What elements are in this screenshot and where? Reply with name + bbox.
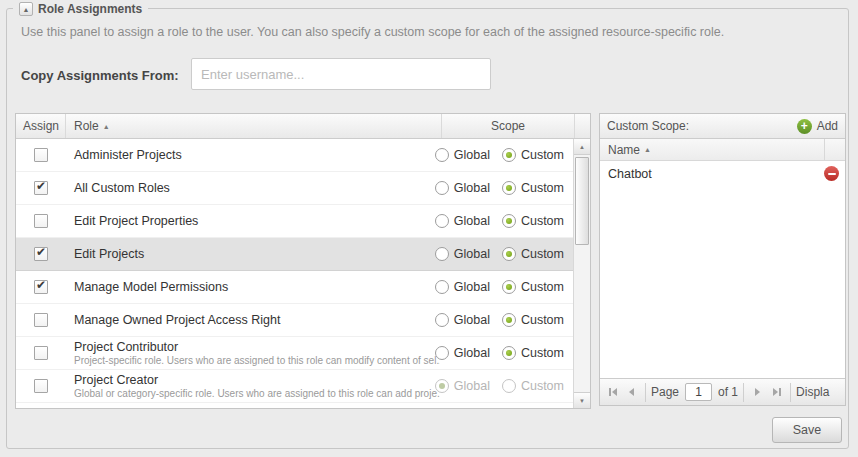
roles-table: Assign Role ▲ Scope ✔ Administer Project… xyxy=(15,113,591,409)
assign-checkbox[interactable]: ✔ xyxy=(34,346,48,360)
role-name: Project Contributor xyxy=(74,340,440,354)
table-row[interactable]: ✔ Project Creator Global or category-spe… xyxy=(16,370,573,403)
table-row[interactable]: ✔ Project Contributor Project-specific r… xyxy=(16,337,573,370)
next-page-icon xyxy=(755,388,760,396)
role-column-header[interactable]: Role ▲ xyxy=(66,114,441,138)
collapse-panel-button[interactable]: ▲ xyxy=(19,2,33,16)
scroll-thumb[interactable] xyxy=(575,157,589,245)
name-column-header[interactable]: Name ▲ xyxy=(600,139,845,161)
pagination-separator xyxy=(743,383,744,402)
assign-checkbox[interactable]: ✔ xyxy=(34,247,48,261)
page-number-input[interactable] xyxy=(685,383,712,401)
page-label: Page xyxy=(651,385,679,399)
global-radio[interactable] xyxy=(435,313,449,327)
custom-scope-title: Custom Scope: xyxy=(607,119,689,133)
global-radio[interactable] xyxy=(435,148,449,162)
role-name: Administer Projects xyxy=(74,148,440,162)
role-description: Project-specific role. Users who are ass… xyxy=(74,355,440,366)
scope-name: Chatbot xyxy=(608,167,652,181)
table-row[interactable]: ✔ Administer Projects Global Custom xyxy=(16,139,573,172)
custom-scope-list: Chatbot xyxy=(600,161,845,378)
custom-radio[interactable] xyxy=(502,148,516,162)
copy-assignments-label: Copy Assignments From: xyxy=(21,68,179,83)
assign-checkbox[interactable]: ✔ xyxy=(34,148,48,162)
role-name: Edit Projects xyxy=(74,247,440,261)
last-page-button[interactable] xyxy=(768,384,785,401)
custom-radio-label: Custom xyxy=(521,214,564,228)
scope-header-label: Scope xyxy=(491,119,525,133)
role-header-label: Role xyxy=(74,119,99,133)
remove-scope-button[interactable] xyxy=(824,166,839,181)
first-page-button[interactable] xyxy=(604,384,621,401)
assign-checkbox[interactable]: ✔ xyxy=(34,280,48,294)
add-icon: + xyxy=(797,119,812,134)
custom-radio-label: Custom xyxy=(521,379,564,393)
prev-page-icon xyxy=(629,388,634,396)
custom-radio[interactable] xyxy=(502,280,516,294)
custom-scope-header: Custom Scope: + Add xyxy=(600,114,845,139)
global-radio[interactable] xyxy=(435,247,449,261)
name-header-label: Name xyxy=(608,143,640,157)
scroll-down-button[interactable]: ▼ xyxy=(574,392,590,408)
custom-radio[interactable] xyxy=(502,214,516,228)
save-button[interactable]: Save xyxy=(772,417,842,443)
table-scrollbar[interactable]: ▲ ▼ xyxy=(573,139,590,408)
global-radio-label: Global xyxy=(454,148,490,162)
global-radio-label: Global xyxy=(454,280,490,294)
custom-radio-label: Custom xyxy=(521,148,564,162)
role-name: Project Creator xyxy=(74,373,440,387)
scope-column-header[interactable]: Scope xyxy=(441,114,574,138)
assign-checkbox[interactable]: ✔ xyxy=(34,214,48,228)
last-page-icon xyxy=(773,388,778,396)
custom-radio-label: Custom xyxy=(521,313,564,327)
first-page-icon xyxy=(609,388,611,396)
assign-checkbox[interactable]: ✔ xyxy=(34,379,48,393)
first-page-icon xyxy=(612,388,617,396)
scrollbar-header-spacer xyxy=(574,114,590,138)
custom-radio[interactable] xyxy=(502,313,516,327)
copy-assignments-input[interactable] xyxy=(191,58,491,90)
page-of-label: of 1 xyxy=(718,385,738,399)
table-row[interactable]: ✔ Manage Model Permissions Global Custom xyxy=(16,271,573,304)
pagination-separator xyxy=(790,383,791,402)
assign-checkbox[interactable]: ✔ xyxy=(34,181,48,195)
custom-radio[interactable] xyxy=(502,181,516,195)
global-radio[interactable] xyxy=(435,346,449,360)
global-radio[interactable] xyxy=(435,379,449,393)
table-row[interactable]: ✔ Manage Owned Project Access Right Glob… xyxy=(16,304,573,337)
global-radio[interactable] xyxy=(435,214,449,228)
global-radio[interactable] xyxy=(435,280,449,294)
panel-title: Role Assignments xyxy=(38,2,142,16)
role-name: Edit Project Properties xyxy=(74,214,440,228)
global-radio-label: Global xyxy=(454,181,490,195)
assign-column-header[interactable]: Assign xyxy=(16,114,66,138)
pagination-separator xyxy=(645,383,646,402)
scroll-up-button[interactable]: ▲ xyxy=(574,139,590,155)
next-page-button[interactable] xyxy=(749,384,766,401)
assign-header-label: Assign xyxy=(23,119,59,133)
table-row[interactable]: ✔ Edit Project Properties Global Custom xyxy=(16,205,573,238)
add-label: Add xyxy=(817,119,838,133)
custom-radio-label: Custom xyxy=(521,346,564,360)
collapse-arrow-icon: ▲ xyxy=(23,6,30,13)
scope-list-item[interactable]: Chatbot xyxy=(600,161,845,186)
assign-checkbox[interactable]: ✔ xyxy=(34,313,48,327)
table-row[interactable]: ✔ All Custom Roles Global Custom xyxy=(16,172,573,205)
check-icon: ✔ xyxy=(36,278,46,292)
custom-radio[interactable] xyxy=(502,379,516,393)
global-radio-label: Global xyxy=(454,313,490,327)
custom-radio[interactable] xyxy=(502,346,516,360)
prev-page-button[interactable] xyxy=(623,384,640,401)
global-radio[interactable] xyxy=(435,181,449,195)
global-radio-label: Global xyxy=(454,247,490,261)
panel-description: Use this panel to assign a role to the u… xyxy=(21,25,834,39)
custom-radio[interactable] xyxy=(502,247,516,261)
role-name: Manage Model Permissions xyxy=(74,280,440,294)
roles-table-body: ✔ Administer Projects Global Custom ✔ Al… xyxy=(16,139,590,408)
panel-legend: ▲ Role Assignments xyxy=(13,1,148,17)
role-description: Global or category-specific role. Users … xyxy=(74,388,440,399)
sort-asc-icon: ▲ xyxy=(103,123,110,130)
add-scope-button[interactable]: + Add xyxy=(797,119,838,134)
table-row[interactable]: ✔ Edit Projects Global Custom xyxy=(16,238,573,271)
custom-radio-label: Custom xyxy=(521,181,564,195)
